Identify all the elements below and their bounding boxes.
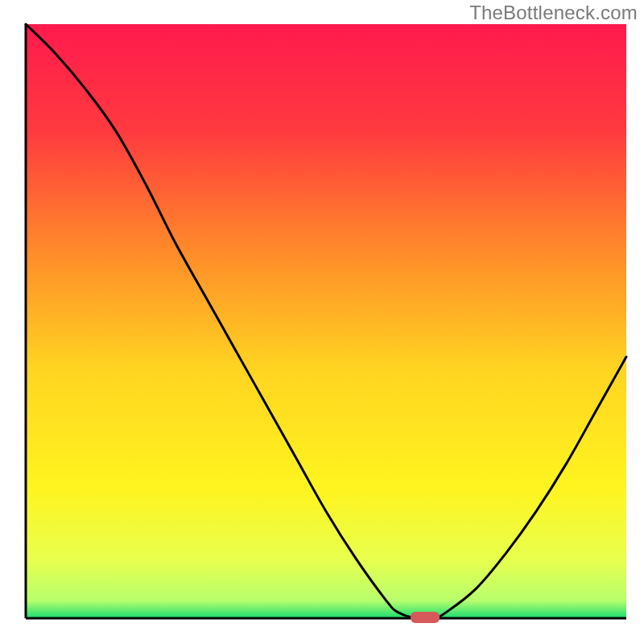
optimum-marker [411, 612, 440, 623]
watermark-text: TheBottleneck.com [469, 2, 638, 24]
chart-svg [0, 0, 644, 644]
plot-background [26, 24, 626, 618]
bottleneck-chart: TheBottleneck.com [0, 0, 644, 644]
